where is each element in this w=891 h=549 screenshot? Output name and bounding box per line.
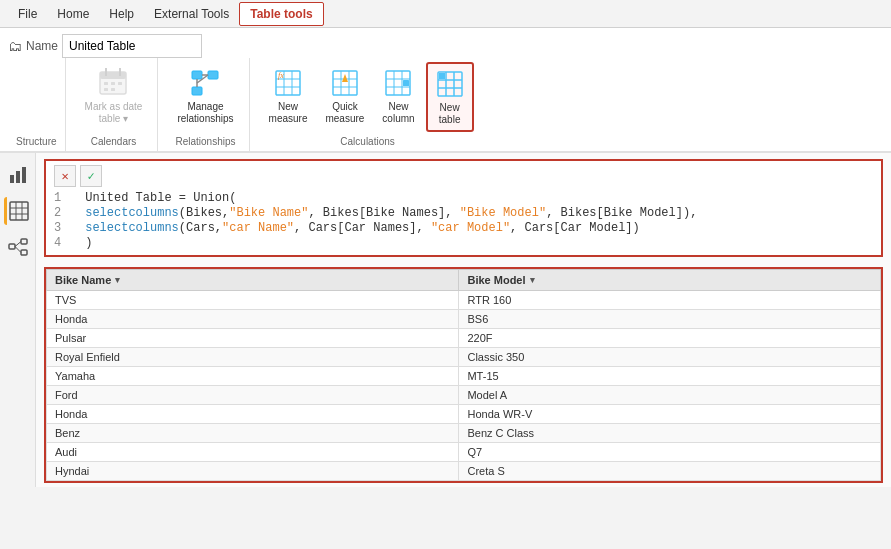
table-icon: 🗂 [8,38,22,54]
line-number-1: 1 [54,191,66,205]
menu-bar: File Home Help External Tools Table tool… [0,0,891,28]
table-cell: RTR 160 [459,291,881,310]
menu-home[interactable]: Home [47,3,99,25]
line-number-3: 3 [54,221,66,235]
table-cell: Pulsar [47,329,459,348]
data-view-icon[interactable] [4,197,32,225]
table-cell: BS6 [459,310,881,329]
svg-rect-48 [21,239,27,244]
table-row: HyndaiCreta S [47,462,881,481]
relationships-icon [189,67,221,99]
filter-icon-bike-name[interactable]: ▾ [115,275,120,285]
table-row: Royal EnfieldClassic 350 [47,348,881,367]
line-number-2: 2 [54,206,66,220]
svg-rect-6 [118,82,122,85]
table-row: HondaBS6 [47,310,881,329]
table-cell: TVS [47,291,459,310]
svg-rect-4 [104,82,108,85]
menu-file[interactable]: File [8,3,47,25]
svg-rect-0 [100,72,126,94]
table-cell: Creta S [459,462,881,481]
menu-external-tools[interactable]: External Tools [144,3,239,25]
mark-date-table-label: Mark as datetable ▾ [85,101,143,125]
svg-rect-9 [192,71,202,79]
name-input[interactable] [62,34,202,58]
new-measure-button[interactable]: fx Newmeasure [262,62,315,130]
left-sidebar [0,153,36,487]
model-view-icon[interactable] [4,233,32,261]
main-area: ✕ ✓ 1 United Table = Union( 2 selectcolu… [0,153,891,487]
svg-rect-49 [21,250,27,255]
report-view-icon[interactable] [4,161,32,189]
ribbon-group-relationships: Managerelationships Relationships [162,58,249,151]
ribbon-group-calculations: fx Newmeasure [254,58,482,151]
svg-rect-11 [192,87,202,95]
new-column-label: Newcolumn [382,101,414,125]
formula-line-3: 3 selectcolumns(Cars,"car Name", Cars[Ca… [54,221,873,235]
table-header-row: Bike Name ▾ Bike Model ▾ [47,270,881,291]
formula-confirm-button[interactable]: ✓ [80,165,102,187]
menu-table-tools[interactable]: Table tools [239,2,323,26]
quick-measure-label: Quickmeasure [325,101,364,125]
table-row: TVSRTR 160 [47,291,881,310]
table-cell: Hyndai [47,462,459,481]
ribbon: 🗂 Name Structure [0,28,891,153]
svg-rect-47 [9,244,15,249]
data-table-container: Bike Name ▾ Bike Model ▾ TVSRTR [44,267,883,483]
formula-line-4: 4 ) [54,236,873,250]
table-row: FordModel A [47,386,881,405]
formula-line-2: 2 selectcolumns(Bikes,"Bike Name", Bikes… [54,206,873,220]
table-cell: Yamaha [47,367,459,386]
svg-rect-32 [403,80,409,86]
table-cell: Royal Enfield [47,348,459,367]
ribbon-name-area: 🗂 Name [0,28,891,58]
filter-icon-bike-model[interactable]: ▾ [530,275,535,285]
svg-rect-39 [10,175,14,183]
formula-controls: ✕ ✓ [54,165,873,187]
table-cell: Benz [47,424,459,443]
quick-measure-button[interactable]: Quickmeasure [318,62,371,130]
table-cell: Honda [47,405,459,424]
col-bike-model[interactable]: Bike Model ▾ [459,270,881,291]
svg-rect-38 [439,73,445,79]
table-body: TVSRTR 160HondaBS6Pulsar220FRoyal Enfiel… [47,291,881,481]
formula-line-1: 1 United Table = Union( [54,191,873,205]
formula-bar: ✕ ✓ 1 United Table = Union( 2 selectcolu… [44,159,883,257]
manage-relationships-label: Managerelationships [177,101,233,125]
svg-rect-10 [208,71,218,79]
calculations-label: Calculations [340,134,394,147]
mark-date-table-button[interactable]: Mark as datetable ▾ [78,62,150,130]
svg-marker-26 [342,74,348,82]
calendar-icon [97,67,129,99]
table-cell: Q7 [459,443,881,462]
new-table-button[interactable]: Newtable [426,62,474,132]
table-cell: MT-15 [459,367,881,386]
new-column-icon [382,67,414,99]
new-measure-icon: fx [272,67,304,99]
table-row: HondaHonda WR-V [47,405,881,424]
line-number-4: 4 [54,236,66,250]
manage-relationships-button[interactable]: Managerelationships [170,62,240,130]
svg-rect-42 [10,202,28,220]
table-row: Pulsar220F [47,329,881,348]
table-cell: Honda [47,310,459,329]
table-cell: Classic 350 [459,348,881,367]
table-cell: Audi [47,443,459,462]
table-cell: 220F [459,329,881,348]
new-measure-label: Newmeasure [269,101,308,125]
svg-text:fx: fx [278,71,284,80]
formula-text-1: United Table = Union( [85,191,236,205]
formula-cancel-button[interactable]: ✕ [54,165,76,187]
new-column-button[interactable]: Newcolumn [375,62,421,130]
table-cell: Ford [47,386,459,405]
menu-help[interactable]: Help [99,3,144,25]
name-label-text: Name [26,39,58,53]
structure-label: Structure [16,134,57,147]
col-bike-name[interactable]: Bike Name ▾ [47,270,459,291]
data-table: Bike Name ▾ Bike Model ▾ TVSRTR [46,269,881,481]
table-row: AudiQ7 [47,443,881,462]
name-label-area: 🗂 Name [8,34,202,58]
ribbon-groups: Structure [0,58,891,151]
svg-rect-8 [111,88,115,91]
new-table-icon [434,68,466,100]
